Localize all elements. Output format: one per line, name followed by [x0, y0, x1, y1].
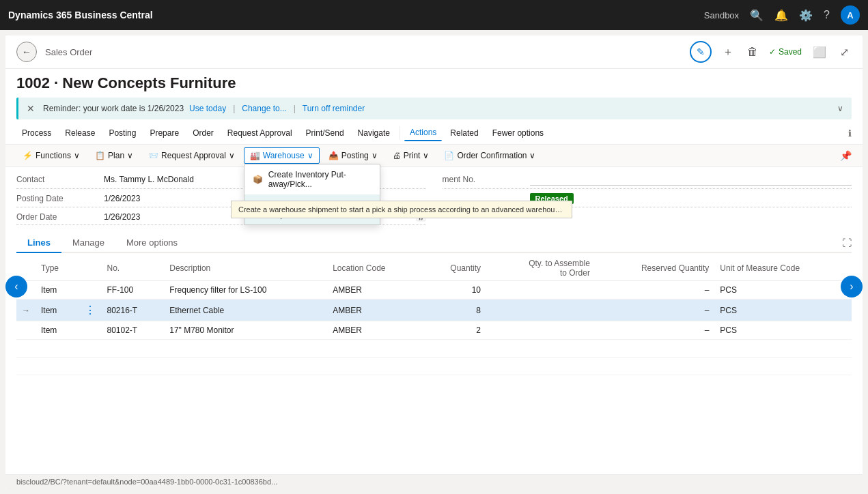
req-approval-icon: 📨 [148, 151, 158, 160]
use-today-link[interactable]: Use today [189, 104, 226, 113]
col-header-no-label: No. [102, 256, 165, 281]
page-container: ← Sales Order ✎ ＋ 🗑 ✓ Saved ⬜ ⤢ 1002 · N… [5, 35, 863, 489]
req-approval-label: Request Approval [161, 151, 226, 160]
col-header-description: Description [164, 256, 327, 281]
row2-qty-assemble [486, 300, 596, 321]
order-conf-arrow: ∨ [529, 151, 535, 160]
sub-btn-warehouse[interactable]: 🏭 Warehouse ∨ [244, 147, 320, 164]
cmd-release[interactable]: Release [59, 126, 100, 141]
turn-off-link[interactable]: Turn off reminder [303, 104, 365, 113]
cmd-process[interactable]: Process [16, 126, 57, 141]
cmd-fewer-options[interactable]: Fewer options [487, 126, 549, 141]
cmd-separator [400, 126, 400, 140]
reminder-close[interactable]: ✕ [27, 103, 35, 114]
change-to-link[interactable]: Change to... [242, 104, 286, 113]
col-header-qty-assemble: Qty. to Assembleto Order [486, 256, 596, 281]
pin-button[interactable]: 📌 [840, 150, 852, 161]
tab-more-options[interactable]: More options [115, 233, 188, 253]
user-avatar[interactable]: A [841, 5, 860, 25]
cmd-order[interactable]: Order [187, 126, 219, 141]
delete-button[interactable]: 🗑 [744, 43, 761, 61]
sub-btn-posting[interactable]: 📤 Posting ∨ [322, 147, 384, 164]
warehouse-dropdown-container: 🏭 Warehouse ∨ 📦 Create Inventory Put-awa… [244, 147, 320, 164]
settings-icon[interactable]: ⚙️ [799, 9, 813, 22]
tab-lines[interactable]: Lines [16, 233, 61, 253]
sub-btn-order-confirmation[interactable]: 📄 Order Confirmation ∨ [438, 147, 542, 164]
sub-btn-functions[interactable]: ⚡ Functions ∨ [16, 147, 86, 164]
req-approval-arrow: ∨ [229, 151, 235, 160]
row2-dots-cell[interactable]: ⋮ [79, 300, 102, 321]
table-row: → Item ⋮ 80216-T Ethernet Cable AMBER 8 … [16, 300, 852, 321]
page-header: ← Sales Order ✎ ＋ 🗑 ✓ Saved ⬜ ⤢ [5, 35, 863, 69]
sub-action-bar: ⚡ Functions ∨ 📋 Plan ∨ 📨 Request Approva… [5, 145, 863, 167]
warehouse-label: Warehouse [263, 151, 305, 160]
warehouse-arrow: ∨ [307, 151, 313, 160]
cmd-actions[interactable]: Actions [404, 125, 442, 141]
row-arrow-icon: → [22, 306, 30, 315]
print-icon: 🖨 [393, 151, 401, 160]
row-context-menu-icon[interactable]: ⋮ [85, 304, 96, 316]
reminder-banner: ✕ Reminder: your work date is 1/26/2023 … [16, 98, 852, 119]
doc-no-input[interactable] [530, 173, 852, 186]
row1-no[interactable]: FF-100 [102, 281, 165, 300]
col-header-no [79, 256, 102, 281]
reminder-text: Reminder: your work date is 1/26/2023 [43, 104, 184, 113]
search-icon[interactable]: 🔍 [750, 9, 764, 22]
lines-expand-icon[interactable]: ⛶ [842, 237, 852, 248]
lines-table-scroll[interactable]: Type No. Description Location Code Quant… [16, 256, 852, 469]
posting-label: Posting [341, 151, 369, 160]
cmd-posting[interactable]: Posting [103, 126, 141, 141]
reminder-expand-icon[interactable]: ∨ [837, 104, 843, 113]
help-icon[interactable]: ? [824, 9, 830, 21]
col-header-uom: Unit of Measure Code [714, 256, 852, 281]
collapse-button[interactable]: ⤢ [837, 43, 852, 61]
top-nav-icons: 🔍 🔔 ⚙️ ? A [750, 5, 860, 25]
form-area: Contact Ms. Tammy L. McDonald ment No. P… [5, 167, 863, 228]
cmd-info-icon[interactable]: ℹ [848, 128, 852, 139]
back-button[interactable]: ← [16, 42, 37, 62]
dropdown-item-inventory-put-away[interactable]: 📦 Create Inventory Put-away/Pick... [244, 164, 380, 194]
row3-no[interactable]: 80102-T [102, 321, 165, 340]
inventory-put-away-icon: 📦 [253, 175, 263, 184]
cmd-navigate[interactable]: Navigate [352, 126, 395, 141]
lines-table: Type No. Description Location Code Quant… [16, 256, 852, 375]
row1-description: Frequency filter for LS-100 [164, 281, 327, 300]
add-button[interactable]: ＋ [720, 42, 736, 62]
cmd-request-approval[interactable]: Request Approval [222, 126, 298, 141]
order-conf-icon: 📄 [444, 151, 454, 160]
cmd-print-send[interactable]: Print/Send [300, 126, 350, 141]
cmd-prepare[interactable]: Prepare [144, 126, 184, 141]
order-conf-label: Order Confirmation [457, 151, 527, 160]
sub-btn-print[interactable]: 🖨 Print ∨ [387, 147, 436, 164]
bell-icon[interactable]: 🔔 [774, 9, 788, 22]
col-header-type-label: Type [36, 256, 79, 281]
row1-qty-assemble [486, 281, 596, 300]
posting-arrow: ∨ [372, 151, 378, 160]
row3-uom: PCS [714, 321, 852, 340]
status-url: biscloud2/BC/?tenant=default&node=00aa44… [16, 478, 277, 486]
row3-dots-cell [79, 321, 102, 340]
print-arrow: ∨ [423, 151, 429, 160]
document-no-field: ment No. [443, 170, 852, 189]
posting-date-label: Posting Date [16, 194, 98, 203]
row2-uom: PCS [714, 300, 852, 321]
plan-label: Plan [108, 151, 124, 160]
row2-no[interactable]: 80216-T [102, 300, 165, 321]
tab-manage[interactable]: Manage [61, 233, 115, 253]
sub-btn-plan[interactable]: 📋 Plan ∨ [89, 147, 139, 164]
header-actions: ✎ ＋ 🗑 ✓ Saved ⬜ ⤢ [690, 41, 852, 63]
nav-next-button[interactable]: › [841, 276, 863, 297]
app-brand: Dynamics 365 Business Central [8, 10, 693, 20]
open-in-new-button[interactable]: ⬜ [810, 43, 829, 61]
row3-quantity: 2 [423, 321, 486, 340]
edit-button[interactable]: ✎ [690, 41, 712, 63]
posting-icon: 📤 [328, 151, 339, 160]
nav-prev-button[interactable]: ‹ [5, 276, 27, 297]
cmd-related[interactable]: Related [445, 126, 484, 141]
row2-location: AMBER [327, 300, 423, 321]
col-header-reserved-qty: Reserved Quantity [596, 256, 714, 281]
warehouse-icon: 🏭 [250, 151, 260, 160]
table-row-empty [16, 340, 852, 358]
sub-btn-request-approval[interactable]: 📨 Request Approval ∨ [142, 147, 241, 164]
contact-label: Contact [16, 175, 98, 184]
